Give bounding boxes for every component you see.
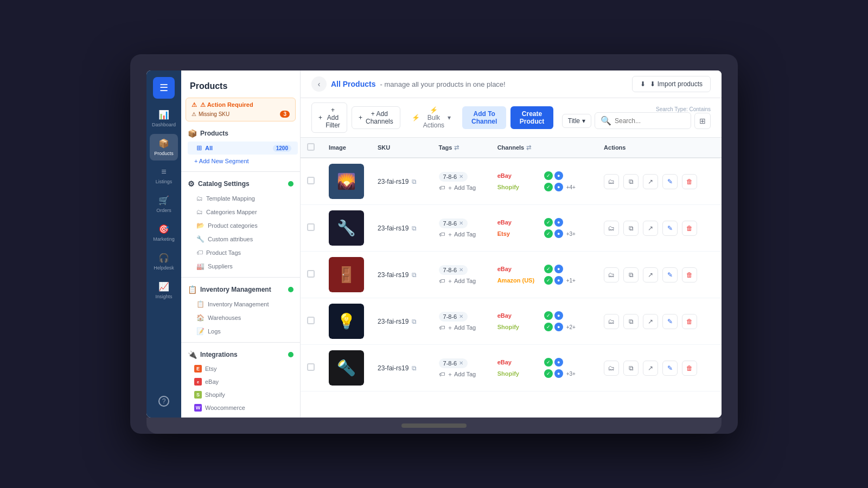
channel-more-button[interactable]: +4+ [566, 184, 576, 190]
sidebar-item-orders[interactable]: 🛒 Orders [150, 191, 178, 217]
products-table-wrap: Image SKU Tags ⇄ [301, 138, 722, 418]
share-action-button-5[interactable]: ↗ [643, 361, 658, 376]
tag-remove-icon-1[interactable]: ✕ [459, 174, 463, 179]
grid-view-button[interactable]: ⊞ [694, 113, 711, 129]
create-product-button[interactable]: Create Product [510, 106, 553, 129]
add-channels-button[interactable]: + + Add Channels [352, 106, 400, 129]
title-select[interactable]: Title ▾ [562, 114, 591, 128]
sidebar-item-help[interactable]: ? [150, 391, 178, 411]
share-action-button-1[interactable]: ↗ [643, 174, 658, 189]
catalog-section-title[interactable]: ⚙ Catalog Settings [181, 176, 300, 191]
inventory-section-title[interactable]: 📋 Inventory Management [181, 282, 300, 297]
delete-action-button-1[interactable]: 🗑 [682, 174, 697, 189]
view-action-button-2[interactable]: 🗂 [604, 221, 619, 236]
sidebar-item-custom-attributes[interactable]: 🔧 Custom attribues [188, 233, 298, 246]
import-products-button[interactable]: ⬇ ⬇ Import products [632, 76, 711, 92]
app-logo[interactable]: ☰ [153, 77, 175, 99]
add-filter-button[interactable]: + + Add Filter [311, 102, 347, 133]
tag-remove-icon-2[interactable]: ✕ [459, 220, 463, 226]
edit-action-button-3[interactable]: ✎ [662, 267, 678, 282]
row-checkbox-1[interactable] [307, 177, 315, 184]
integrations-section-title[interactable]: 🔌 Integrations [181, 347, 300, 362]
add-tag-button-5[interactable]: 🏷 ＋ Add Tag [439, 370, 484, 378]
sidebar-item-shopify[interactable]: S Shopify [186, 388, 300, 401]
add-segment-button[interactable]: + Add New Segment [186, 155, 300, 167]
add-tag-button-3[interactable]: 🏷 ＋ Add Tag [439, 277, 484, 285]
channel-status-group: ✓● [544, 323, 563, 331]
sidebar-item-dashboard[interactable]: 📊 Dashboard [150, 105, 178, 132]
back-button[interactable]: ‹ [311, 76, 327, 92]
add-tag-button-1[interactable]: 🏷 ＋ Add Tag [439, 184, 484, 192]
copy-sku-icon-4[interactable]: ⧉ [412, 318, 417, 325]
search-input[interactable] [615, 117, 685, 125]
sidebar-item-marketing[interactable]: 🎯 Marketing [150, 220, 178, 246]
products-section-title[interactable]: 📦 Products [181, 126, 300, 141]
sidebar-item-products[interactable]: 📦 Products [150, 134, 178, 160]
channels-shuffle-icon[interactable]: ⇄ [526, 144, 531, 151]
delete-action-button-4[interactable]: 🗑 [682, 314, 697, 329]
edit-action-button-5[interactable]: ✎ [662, 361, 678, 376]
channel-name-wrap: eBay [497, 172, 541, 179]
channel-more-button[interactable]: +3+ [566, 371, 576, 377]
sidebar-item-ebay[interactable]: e eBay [186, 375, 300, 388]
sidebar-item-etsy[interactable]: E Etsy [186, 362, 300, 375]
copy-sku-icon-5[interactable]: ⧉ [412, 364, 417, 372]
copy-sku-icon-3[interactable]: ⧉ [412, 271, 417, 279]
view-action-button-1[interactable]: 🗂 [604, 174, 619, 189]
share-action-button-3[interactable]: ↗ [643, 267, 658, 282]
view-action-button-5[interactable]: 🗂 [604, 361, 619, 376]
view-action-button-3[interactable]: 🗂 [604, 267, 619, 282]
view-action-button-4[interactable]: 🗂 [604, 314, 619, 329]
sidebar-item-listings[interactable]: ≡ Listings [150, 163, 178, 189]
copy-sku-icon-1[interactable]: ⧉ [412, 178, 417, 185]
add-tag-button-4[interactable]: 🏷 ＋ Add Tag [439, 324, 484, 332]
share-action-button-4[interactable]: ↗ [643, 314, 658, 329]
warehouses-icon: 🏠 [196, 314, 205, 322]
sidebar-item-all[interactable]: ⊞ All 1200 [188, 142, 298, 155]
copy-action-button-2[interactable]: ⧉ [623, 221, 639, 236]
tags-shuffle-icon[interactable]: ⇄ [454, 144, 459, 151]
sidebar-item-warehouses[interactable]: 🏠 Warehouses [188, 311, 298, 324]
sidebar-item-woocommerce[interactable]: W Woocommerce [186, 401, 300, 414]
bulk-actions-button[interactable]: ⚡ ⚡ Bulk Actions ▾ [405, 102, 458, 133]
copy-action-button-3[interactable]: ⧉ [623, 267, 639, 282]
row-checkbox-4[interactable] [307, 317, 315, 324]
product-image-3: 🚪 [329, 257, 364, 292]
channel-more-button[interactable]: +1+ [566, 278, 576, 284]
channel-more-button[interactable]: +2+ [566, 324, 576, 330]
delete-action-button-5[interactable]: 🗑 [682, 361, 697, 376]
channel-name-wrap: eBay [497, 266, 541, 272]
delete-action-button-3[interactable]: 🗑 [682, 267, 697, 282]
add-tag-button-2[interactable]: 🏷 ＋ Add Tag [439, 230, 484, 239]
channel-row: Etsy ✓● +3+ [497, 229, 591, 238]
sidebar-item-helpdesk[interactable]: 🎧 Helpdesk [150, 248, 178, 275]
copy-sku-icon-2[interactable]: ⧉ [412, 224, 417, 232]
copy-action-button-1[interactable]: ⧉ [623, 174, 639, 189]
sidebar-item-categories-mapper[interactable]: 🗂 Categories Mapper [188, 206, 298, 219]
delete-action-button-2[interactable]: 🗑 [682, 221, 697, 236]
tag-remove-icon-4[interactable]: ✕ [459, 313, 463, 319]
sidebar-item-logs[interactable]: 📝 Logs [188, 325, 298, 338]
select-all-checkbox[interactable] [307, 143, 315, 151]
share-action-button-2[interactable]: ↗ [643, 221, 658, 236]
sidebar-item-insights[interactable]: 📈 Insights [150, 277, 178, 304]
sidebar-item-suppliers[interactable]: 🏭 Suppliers [188, 260, 298, 273]
row-checkbox-3[interactable] [307, 270, 315, 278]
tag-remove-icon-5[interactable]: ✕ [459, 360, 463, 366]
sidebar-item-template-mapping[interactable]: 🗂 Template Mapping [188, 192, 298, 205]
copy-action-button-5[interactable]: ⧉ [623, 361, 639, 376]
all-icon: ⊞ [196, 144, 202, 152]
add-to-channel-button[interactable]: Add To Channel [462, 106, 506, 129]
sidebar-item-product-tags[interactable]: 🏷 Product Tags [188, 246, 298, 259]
edit-action-button-4[interactable]: ✎ [662, 314, 678, 329]
copy-action-button-4[interactable]: ⧉ [623, 314, 639, 329]
sidebar-item-inventory-management[interactable]: 📋 Inventory Management [188, 298, 298, 311]
sidebar-item-product-categories[interactable]: 📂 Product categories [188, 219, 298, 232]
row-checkbox-5[interactable] [307, 363, 315, 371]
tags-cell-5: 7-8-6 ✕ 🏷 ＋ Add Tag [439, 358, 484, 378]
edit-action-button-2[interactable]: ✎ [662, 221, 678, 236]
row-checkbox-2[interactable] [307, 223, 315, 231]
tag-remove-icon-3[interactable]: ✕ [459, 267, 463, 273]
edit-action-button-1[interactable]: ✎ [662, 174, 678, 189]
channel-more-button[interactable]: +3+ [566, 231, 576, 237]
